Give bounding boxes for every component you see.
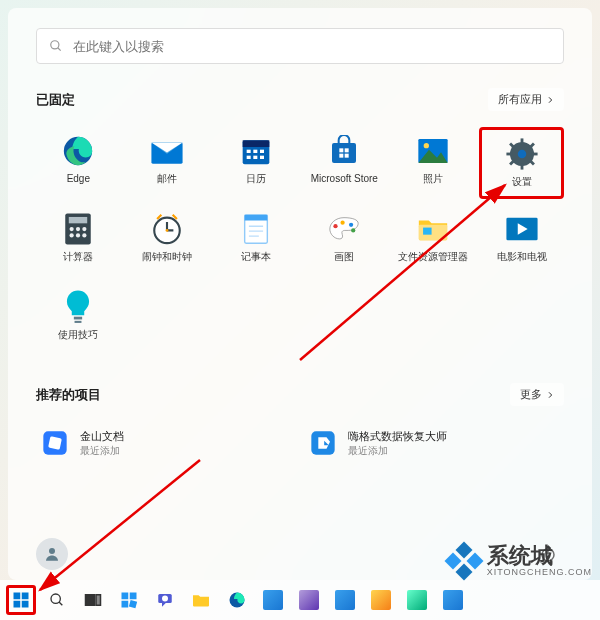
watermark-text: 系统城 — [487, 545, 592, 567]
svg-point-52 — [351, 228, 355, 232]
taskbar-app[interactable] — [294, 585, 324, 615]
svg-rect-17 — [340, 154, 344, 158]
tips-icon — [60, 289, 96, 325]
app-settings[interactable]: 设置 — [479, 127, 564, 199]
svg-rect-27 — [532, 153, 538, 156]
app-label: 画图 — [334, 251, 354, 263]
svg-point-50 — [341, 221, 345, 225]
svg-rect-45 — [244, 215, 267, 221]
svg-point-80 — [162, 596, 168, 602]
svg-rect-26 — [506, 153, 512, 156]
svg-rect-54 — [423, 228, 432, 235]
app-clock[interactable]: 闹钟和时钟 — [125, 205, 210, 277]
app-photos[interactable]: 照片 — [391, 127, 476, 199]
svg-rect-12 — [253, 156, 257, 159]
app-calendar[interactable]: 日历 — [213, 127, 298, 199]
svg-point-35 — [76, 227, 80, 231]
svg-rect-33 — [69, 217, 87, 223]
kingsoft-icon — [40, 428, 70, 458]
app-paint[interactable]: 画图 — [302, 205, 387, 277]
taskbar-edge[interactable] — [222, 585, 252, 615]
svg-rect-7 — [242, 140, 269, 147]
start-button[interactable] — [6, 585, 36, 615]
user-avatar[interactable] — [36, 538, 68, 570]
taskbar-search[interactable] — [42, 585, 72, 615]
edge-icon — [60, 133, 96, 169]
app-label: 使用技巧 — [58, 329, 98, 341]
svg-point-43 — [166, 229, 169, 232]
folder-icon — [191, 592, 211, 608]
svg-rect-75 — [130, 593, 137, 600]
svg-rect-58 — [75, 321, 82, 323]
more-label: 更多 — [520, 387, 542, 402]
app-mail[interactable]: 邮件 — [125, 127, 210, 199]
app-calculator[interactable]: 计算器 — [36, 205, 121, 277]
all-apps-label: 所有应用 — [498, 92, 542, 107]
svg-rect-73 — [96, 595, 101, 606]
pinned-grid: Edge 邮件 日历 Microsoft Store 照片 — [36, 127, 564, 355]
taskbar-app[interactable] — [366, 585, 396, 615]
app-label: Microsoft Store — [311, 173, 378, 185]
app-label: 电影和电视 — [497, 251, 547, 263]
svg-rect-68 — [14, 601, 21, 608]
svg-rect-14 — [332, 143, 356, 163]
svg-rect-60 — [48, 436, 62, 450]
app-label: 设置 — [512, 176, 532, 188]
taskbar — [0, 580, 600, 620]
taskbar-explorer[interactable] — [186, 585, 216, 615]
app-movies-tv[interactable]: 电影和电视 — [479, 205, 564, 277]
search-box[interactable] — [36, 28, 564, 64]
calculator-icon — [60, 211, 96, 247]
app-label: Edge — [67, 173, 90, 185]
folder-icon — [415, 211, 451, 247]
recommended-item-datarecovery[interactable]: 嗨格式数据恢复大师 最近添加 — [304, 422, 564, 464]
chevron-right-icon — [546, 96, 554, 104]
taskbar-app[interactable] — [330, 585, 360, 615]
app-microsoft-store[interactable]: Microsoft Store — [302, 127, 387, 199]
svg-point-0 — [51, 41, 59, 49]
pinned-header-row: 已固定 所有应用 — [36, 88, 564, 111]
rec-subtitle: 最近添加 — [348, 444, 447, 458]
taskbar-app[interactable] — [258, 585, 288, 615]
svg-point-39 — [83, 233, 87, 237]
svg-rect-66 — [14, 593, 21, 600]
app-tips[interactable]: 使用技巧 — [36, 283, 121, 355]
watermark-logo-icon — [447, 544, 481, 578]
recommended-item-kingsoft[interactable]: 金山文档 最近添加 — [36, 422, 296, 464]
svg-point-36 — [83, 227, 87, 231]
svg-point-63 — [49, 548, 55, 554]
app-label: 闹钟和时钟 — [142, 251, 192, 263]
svg-line-71 — [59, 602, 62, 605]
windows-icon — [12, 591, 30, 609]
start-menu: 已固定 所有应用 Edge 邮件 日历 — [8, 8, 592, 580]
all-apps-button[interactable]: 所有应用 — [488, 88, 564, 111]
svg-rect-9 — [253, 150, 257, 153]
svg-rect-11 — [246, 156, 250, 159]
search-input[interactable] — [73, 39, 551, 54]
chevron-right-icon — [546, 391, 554, 399]
taskbar-app[interactable] — [438, 585, 468, 615]
datarecovery-icon — [308, 428, 338, 458]
movies-icon — [504, 211, 540, 247]
person-icon — [43, 545, 61, 563]
rec-title: 嗨格式数据恢复大师 — [348, 429, 447, 444]
app-notepad[interactable]: 记事本 — [213, 205, 298, 277]
app-file-explorer[interactable]: 文件资源管理器 — [391, 205, 476, 277]
recommended-text: 嗨格式数据恢复大师 最近添加 — [348, 429, 447, 458]
svg-rect-18 — [345, 154, 349, 158]
svg-point-23 — [517, 150, 526, 159]
settings-icon — [504, 136, 540, 172]
taskview-icon — [84, 592, 102, 608]
taskbar-chat[interactable] — [150, 585, 180, 615]
svg-rect-24 — [520, 138, 523, 144]
app-label: 邮件 — [157, 173, 177, 185]
svg-rect-25 — [520, 164, 523, 170]
taskbar-app[interactable] — [402, 585, 432, 615]
widgets-icon — [120, 591, 138, 609]
svg-point-49 — [334, 224, 338, 228]
taskbar-taskview[interactable] — [78, 585, 108, 615]
taskbar-widgets[interactable] — [114, 585, 144, 615]
photos-icon — [415, 133, 451, 169]
more-button[interactable]: 更多 — [510, 383, 564, 406]
app-edge[interactable]: Edge — [36, 127, 121, 199]
